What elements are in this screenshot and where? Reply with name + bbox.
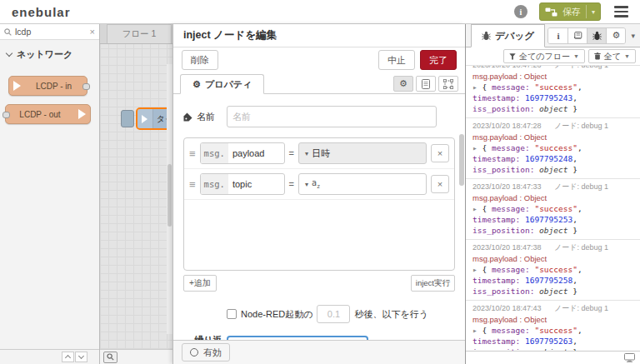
tray-title: inject ノードを編集: [173, 24, 465, 47]
expand-caret-icon[interactable]: ▸: [472, 143, 478, 152]
message-timestamp: 2023/10/20 18:47:43: [472, 304, 542, 312]
output-port: [82, 83, 90, 90]
gear-icon: ⚙: [399, 78, 408, 89]
payload-key-input[interactable]: msg. payload: [200, 142, 285, 164]
tray-body: 名前 ≡ msg. payload = ▾ 日時 ×: [173, 94, 465, 302]
topic-key-input[interactable]: msg. topic: [200, 173, 285, 195]
collapse-categories-button[interactable]: [62, 352, 74, 362]
inject-once-checkbox[interactable]: [227, 309, 237, 319]
category-label: ネットワーク: [17, 48, 72, 61]
type-label-timestamp: 日時: [312, 147, 330, 160]
node-label: LCDP - out: [6, 110, 74, 119]
app-header: enebular i 保存 ▾: [0, 0, 640, 24]
clear-messages-button[interactable]: 全て ▼: [588, 49, 636, 63]
tab-debug[interactable]: デバッグ: [471, 24, 545, 47]
once-delay-field[interactable]: [317, 305, 350, 323]
drag-handle-icon[interactable]: ≡: [189, 147, 196, 160]
add-property-button[interactable]: +追加: [183, 275, 217, 292]
trash-icon: [594, 52, 601, 60]
message-payload-path: msg.payload : Object: [472, 253, 633, 264]
once-label-pre: Node-RED起動の: [241, 308, 312, 321]
caret-down-icon: ▼: [624, 53, 630, 59]
config-nodes-button[interactable]: ⚙: [606, 28, 625, 43]
message-payload-path: msg.payload : Object: [472, 314, 633, 325]
debug-message[interactable]: 2023/10/20 18:47:43 ノード: debug 1 msg.pay…: [466, 301, 640, 351]
message-payload-path: msg.payload : Object: [472, 71, 633, 82]
done-button[interactable]: 完了: [420, 50, 457, 70]
cancel-button[interactable]: 中止: [378, 50, 415, 70]
debug-message-list[interactable]: 2023/10/20 18:47:23 ノード: debug 1 msg.pay…: [466, 66, 640, 351]
node-description-button[interactable]: [416, 76, 436, 92]
info-icon[interactable]: i: [514, 5, 528, 18]
expand-categories-button[interactable]: [75, 352, 88, 362]
debug-sidebar-button[interactable]: [587, 28, 606, 43]
property-row-topic: ≡ msg. topic = ▾ az ×: [184, 169, 454, 200]
node-enabled-toggle[interactable]: 有効: [182, 343, 230, 362]
palette-search-input[interactable]: [15, 27, 87, 37]
payload-type-select[interactable]: ▾ 日時: [298, 142, 427, 164]
edit-properties-button[interactable]: ⚙: [393, 76, 413, 92]
info-sidebar-button[interactable]: i: [548, 28, 568, 43]
palette-category-network[interactable]: ネットワーク: [0, 40, 99, 67]
caret-down-icon[interactable]: ▾: [299, 150, 312, 157]
debug-message[interactable]: 2023/10/20 18:47:23 ノード: debug 1 msg.pay…: [466, 66, 640, 118]
enabled-label: 有効: [203, 347, 222, 359]
tray-scrollbar-thumb[interactable]: [459, 134, 464, 186]
topic-type-select[interactable]: ▾ az: [298, 173, 427, 195]
message-node: ノード: debug 1: [554, 243, 608, 252]
deploy-button[interactable]: 保存 ▾: [539, 2, 601, 21]
main-menu-icon[interactable]: [612, 4, 630, 19]
name-field[interactable]: [227, 106, 437, 127]
flow-tabbar: フロー 1: [100, 24, 172, 44]
expand-caret-icon[interactable]: ▸: [472, 265, 478, 274]
inject-now-button[interactable]: inject実行: [411, 275, 455, 292]
flows-filter-label: 全てのフロー: [519, 51, 570, 62]
help-sidebar-button[interactable]: [568, 28, 587, 43]
search-clear-icon[interactable]: ×: [90, 27, 95, 37]
delete-button[interactable]: 削除: [182, 50, 218, 70]
message-node: ノード: debug 1: [554, 122, 608, 130]
name-label-wrap: 名前: [183, 111, 227, 123]
palette-node-lcdp-in[interactable]: LCDP - in: [8, 76, 88, 96]
expand-caret-icon[interactable]: ▸: [472, 82, 478, 92]
message-json: ▸ { message: "success", timestamp: 16977…: [472, 142, 633, 175]
debug-footer: [466, 351, 640, 364]
caret-down-icon[interactable]: ▾: [299, 181, 312, 188]
tray-button-bar: 削除 中止 完了: [173, 47, 465, 72]
tab-properties[interactable]: ⚙ プロパティ: [180, 74, 264, 94]
message-json: ▸ { message: "success", timestamp: 16977…: [472, 264, 633, 297]
flow-canvas[interactable]: タイムスタンプ: [100, 44, 172, 349]
flows-filter-button[interactable]: 全てのフロー ▼: [503, 49, 585, 63]
deploy-separator: [586, 5, 587, 18]
tab-flow-1[interactable]: フロー 1: [107, 24, 172, 43]
sidebar-menu-caret-icon[interactable]: ▾: [631, 32, 635, 40]
message-payload-path: msg.payload : Object: [472, 132, 633, 142]
debug-message[interactable]: 2023/10/20 18:47:28 ノード: debug 1 msg.pay…: [466, 118, 640, 179]
debug-message[interactable]: 2023/10/20 18:47:33 ノード: debug 1 msg.pay…: [466, 179, 640, 240]
open-window-icon[interactable]: [624, 353, 635, 362]
node-appearance-button[interactable]: [438, 76, 458, 92]
msg-prefix: msg.: [201, 174, 228, 194]
palette-node-lcdp-out[interactable]: LCDP - out: [5, 104, 91, 124]
object-group-icon: [443, 79, 453, 89]
node-label: LCDP - in: [21, 82, 87, 91]
palette-search: ×: [0, 24, 99, 40]
message-meta: 2023/10/20 18:47:43 ノード: debug 1: [472, 303, 633, 314]
string-type-icon: az: [312, 178, 320, 190]
clear-filter-label: 全て: [604, 51, 621, 62]
drag-handle-icon[interactable]: ≡: [189, 178, 196, 191]
deploy-caret-icon[interactable]: ▾: [592, 8, 595, 16]
message-meta: 2023/10/20 18:47:38 ノード: debug 1: [472, 242, 633, 253]
canvas-zoom-button[interactable]: [103, 352, 118, 363]
canvas-vertical-scrollbar[interactable]: [167, 64, 172, 334]
edit-inject-node-tray: inject ノードを編集 削除 中止 完了 ⚙ プロパティ ⚙: [172, 24, 465, 364]
expand-caret-icon[interactable]: ▸: [472, 204, 478, 213]
remove-row-button[interactable]: ×: [431, 144, 449, 162]
scrollbar-thumb[interactable]: [168, 164, 172, 227]
inject-trigger-button[interactable]: [121, 110, 134, 127]
remove-row-button[interactable]: ×: [431, 175, 449, 193]
debug-message[interactable]: 2023/10/20 18:47:38 ノード: debug 1 msg.pay…: [466, 240, 640, 301]
equals-sign: =: [289, 179, 294, 189]
expand-caret-icon[interactable]: ▸: [472, 326, 478, 335]
book-icon: [573, 32, 582, 40]
